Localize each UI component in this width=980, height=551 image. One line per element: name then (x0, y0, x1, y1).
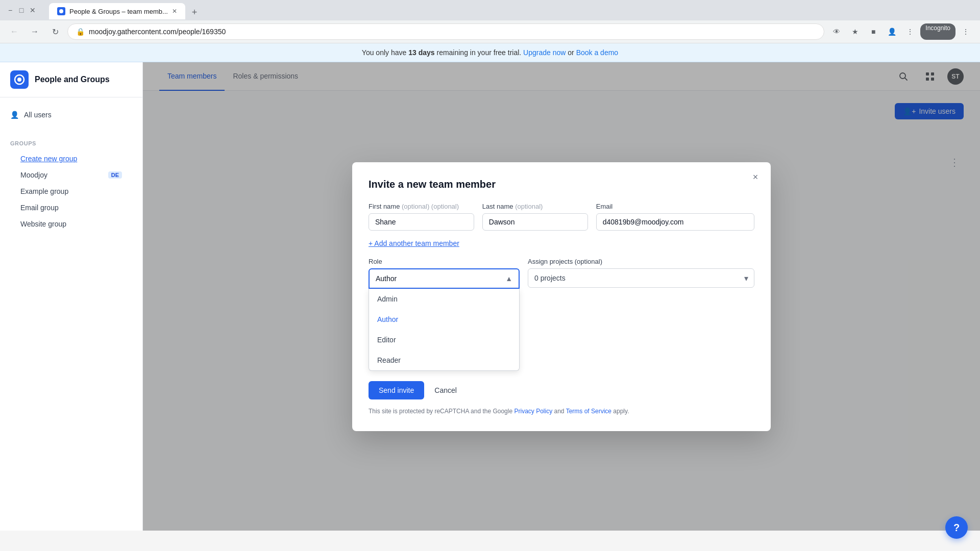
group-item-moodjoy[interactable]: Moodjoy DE (10, 167, 132, 183)
help-icon: ? (953, 522, 960, 534)
modal-title: Invite a new team member (369, 179, 754, 190)
trial-or: or (568, 48, 576, 57)
close-button[interactable]: ✕ (29, 6, 37, 14)
first-name-input[interactable] (369, 213, 474, 231)
trial-text-after: remaining in your free trial. (436, 48, 521, 57)
add-member-link[interactable]: + Add another team member (369, 239, 459, 247)
last-name-label: Last name (optional) (482, 203, 588, 210)
active-tab[interactable]: People & Groups – team memb... ✕ (49, 3, 185, 19)
svg-point-2 (17, 78, 21, 82)
app-layout: People and Groups 👤 All users GROUPS Cre… (0, 62, 980, 531)
sidebar: People and Groups 👤 All users GROUPS Cre… (0, 62, 143, 531)
app-logo (10, 70, 29, 89)
trial-days: 13 days (408, 48, 434, 57)
terms-of-service-link[interactable]: Terms of Service (566, 408, 611, 415)
role-select-wrapper: Author ▲ Admin Author (369, 268, 520, 371)
role-projects-row: Role Author ▲ Admin Aut (369, 258, 754, 371)
main-content: Team members Roles & permissions ST (143, 62, 980, 531)
upgrade-link[interactable]: Upgrade now (523, 48, 566, 57)
svg-point-0 (59, 9, 63, 13)
email-input[interactable] (596, 213, 754, 231)
forward-button[interactable]: → (27, 23, 43, 40)
bookmark-button[interactable]: ★ (847, 23, 863, 40)
profile-button[interactable]: 👤 (884, 23, 900, 40)
back-button[interactable]: ← (6, 23, 22, 40)
projects-label: Assign projects (optional) (528, 258, 754, 265)
group-item-example[interactable]: Example group (10, 183, 132, 199)
role-option-reader[interactable]: Reader (369, 350, 519, 370)
incognito-badge: Incognito (920, 23, 955, 40)
create-new-group-link[interactable]: Create new group (10, 151, 132, 167)
role-option-editor[interactable]: Editor (369, 330, 519, 350)
browser-toolbar: ← → ↻ 🔒 moodjoy.gathercontent.com/people… (0, 20, 980, 43)
trial-text-before: You only have (362, 48, 408, 57)
tab-favicon (57, 7, 65, 15)
group-name-moodjoy: Moodjoy (20, 171, 47, 179)
trial-banner: You only have 13 days remaining in your … (0, 43, 980, 62)
projects-select-wrapper: 0 projects (528, 268, 754, 288)
group-name-email: Email group (20, 204, 59, 212)
email-group: Email (596, 203, 754, 231)
modal-footer: Send invite Cancel (369, 381, 754, 399)
projects-select[interactable]: 0 projects (528, 268, 754, 288)
role-option-admin[interactable]: Admin (369, 289, 519, 309)
projects-group: Assign projects (optional) 0 projects (528, 258, 754, 288)
modal-overlay: × Invite a new team member First name (o… (143, 62, 980, 531)
group-name-example: Example group (20, 187, 68, 195)
demo-link[interactable]: Book a demo (576, 48, 619, 57)
maximize-button[interactable]: □ (17, 6, 26, 14)
sidebar-header: People and Groups (0, 62, 142, 97)
role-group: Role Author ▲ Admin Aut (369, 258, 520, 371)
tab-bar: People & Groups – team memb... ✕ + (45, 1, 974, 19)
group-item-website[interactable]: Website group (10, 216, 132, 232)
url-text: moodjoy.gathercontent.com/people/169350 (89, 28, 226, 36)
lock-icon: 🔒 (76, 28, 85, 36)
toolbar-actions: 👁 ★ ■ 👤 ⋮ Incognito ⋮ (828, 23, 974, 40)
send-invite-button[interactable]: Send invite (369, 381, 424, 399)
browser-titlebar: − □ ✕ People & Groups – team memb... ✕ + (0, 0, 980, 20)
sidebar-title: People and Groups (35, 75, 110, 84)
reload-button[interactable]: ↻ (47, 23, 63, 40)
menu-button[interactable]: ⋮ (958, 23, 974, 40)
sidebar-nav: 👤 All users (0, 97, 142, 132)
tab-close-button[interactable]: ✕ (172, 8, 177, 15)
name-email-row: First name (optional) (optional) Last na… (369, 203, 754, 231)
eye-off-icon[interactable]: 👁 (828, 23, 845, 40)
help-button[interactable]: ? (945, 516, 968, 539)
minimize-button[interactable]: − (6, 6, 14, 14)
groups-section: GROUPS Create new group Moodjoy DE Examp… (0, 132, 142, 236)
group-name-website: Website group (20, 220, 66, 228)
last-name-input[interactable] (482, 213, 588, 231)
modal-close-button[interactable]: × (748, 170, 763, 185)
sidebar-item-all-users[interactable]: 👤 All users (0, 106, 142, 124)
last-name-group: Last name (optional) (482, 203, 588, 231)
role-option-author[interactable]: Author (369, 309, 519, 330)
group-badge-moodjoy: DE (108, 171, 122, 179)
grid-button[interactable]: ⋮ (902, 23, 918, 40)
address-bar[interactable]: 🔒 moodjoy.gathercontent.com/people/16935… (67, 23, 824, 40)
role-dropdown: Admin Author Editor Reader (369, 289, 520, 371)
privacy-policy-link[interactable]: Privacy Policy (514, 408, 552, 415)
chevron-up-icon: ▲ (505, 274, 512, 283)
extension-button[interactable]: ■ (865, 23, 881, 40)
role-label: Role (369, 258, 520, 265)
first-name-group: First name (optional) (optional) (369, 203, 474, 231)
first-name-label: First name (optional) (optional) (369, 203, 474, 210)
browser-chrome: − □ ✕ People & Groups – team memb... ✕ +… (0, 0, 980, 43)
user-icon: 👤 (10, 111, 19, 119)
window-controls[interactable]: − □ ✕ (6, 6, 37, 14)
all-users-label: All users (24, 111, 52, 119)
role-select-display[interactable]: Author ▲ (369, 268, 520, 289)
group-item-email[interactable]: Email group (10, 199, 132, 216)
role-selected-value: Author (376, 274, 397, 283)
groups-section-label: GROUPS (10, 140, 132, 146)
invite-modal: × Invite a new team member First name (o… (352, 162, 771, 431)
email-label: Email (596, 203, 754, 210)
tab-title: People & Groups – team memb... (69, 8, 168, 15)
new-tab-button[interactable]: + (187, 5, 202, 19)
recaptcha-text: This site is protected by reCAPTCHA and … (369, 408, 754, 415)
cancel-button[interactable]: Cancel (430, 381, 461, 399)
